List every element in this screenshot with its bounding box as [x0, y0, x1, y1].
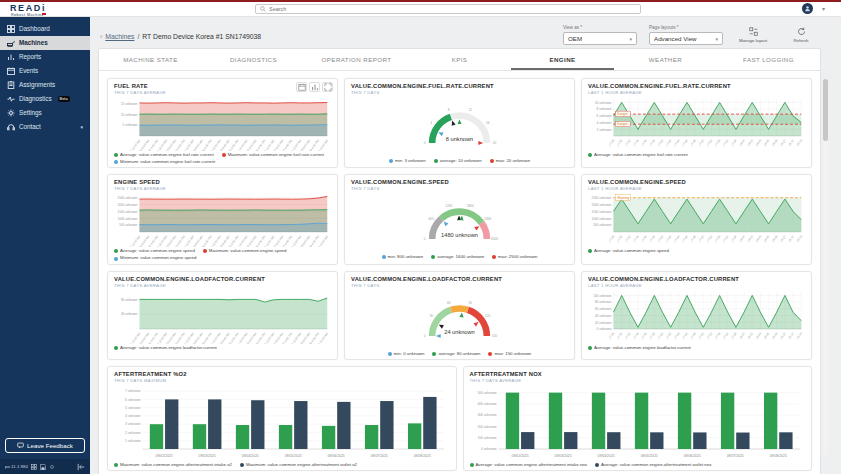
sidebar-item-label: Assignments [19, 81, 55, 89]
card-title: VALUE.COMMON.ENGINE.LOADFACTOR.CURRENT [114, 276, 331, 282]
collapse-sidebar-icon[interactable] [77, 463, 85, 471]
reports-icon [7, 53, 15, 61]
top-accent-strip [0, 0, 841, 2]
scrollbar-thumb[interactable] [823, 79, 828, 141]
svg-text:5 unknown: 5 unknown [125, 406, 141, 410]
breadcrumb-machines-link[interactable]: Machines [105, 33, 134, 40]
global-search[interactable] [255, 4, 641, 14]
search-input[interactable] [269, 6, 636, 12]
card-title: VALUE.COMMON.ENGINE.SPEED [351, 179, 568, 185]
legend-label: Maximum: value.common.engine.aftertreatm… [120, 462, 232, 468]
svg-text:17:48: 17:48 [689, 138, 697, 147]
chart-canvas-bar: 500 unknown400 unknown300 unknown200 unk… [470, 383, 806, 461]
grid-icon[interactable] [31, 464, 37, 470]
view-as-select[interactable]: OEM ▾ [563, 32, 637, 45]
legend-dot-icon [114, 160, 118, 164]
svg-text:18:02: 18:02 [747, 138, 755, 147]
tab-engine[interactable]: ENGINE [511, 49, 614, 70]
leave-feedback-label: Leave Feedback [27, 442, 73, 449]
card-value-common-engine-loadfactor-current-7: VALUE.COMMON.ENGINE.LOADFACTOR.CURRENTTH… [344, 271, 575, 360]
svg-text:2000 unknown: 2000 unknown [591, 203, 611, 207]
manage-layout-button[interactable]: Manage layout [735, 25, 771, 43]
svg-text:4 unknown: 4 unknown [597, 121, 612, 125]
svg-text:18:06: 18:06 [763, 138, 771, 147]
expand-icon[interactable] [322, 82, 333, 92]
page-layouts-value: Advanced View [654, 35, 697, 42]
logo-tagline: Robust Machine [10, 14, 46, 18]
svg-text:18:06: 18:06 [763, 331, 771, 340]
legend-dot-icon [382, 255, 386, 259]
legend-label: Minimum: value.common.engine.speed [120, 255, 196, 261]
svg-text:09/03/2025: 09/03/2025 [554, 454, 571, 458]
chart-canvas-gauge: 030609012015024 unknown [351, 288, 568, 350]
user-avatar[interactable] [802, 3, 813, 14]
refresh-button[interactable]: Refresh [783, 25, 819, 43]
sidebar-item-reports[interactable]: Reports [0, 50, 90, 64]
chevron-down-icon: ▾ [80, 124, 83, 130]
sidebar-item-dashboard[interactable]: Dashboard [0, 22, 90, 36]
tab-operation-report[interactable]: OPERATION REPORT [305, 49, 408, 70]
chart-canvas-gauge: 0481216208 unknown [351, 95, 568, 157]
cards-grid: FUEL RATETHIS 7 DAYS AVERAGE15 unknown10… [99, 71, 820, 474]
vertical-scrollbar[interactable] [823, 79, 828, 455]
svg-text:17:50: 17:50 [698, 138, 706, 147]
tab-bar: MACHINE STATEDIAGNOSTICSOPERATION REPORT… [99, 49, 820, 71]
sidebar-item-settings[interactable]: Settings [0, 106, 90, 120]
card-title: AFTERTREATMENT NOX [470, 371, 806, 377]
svg-text:09/02/2025: 09/02/2025 [156, 454, 173, 458]
app-version: po 11.1.984 [5, 464, 28, 469]
sidebar: DashboardMachinesReportsEventsAssignment… [0, 17, 90, 474]
svg-text:10 unknown: 10 unknown [595, 101, 612, 105]
svg-text:17:32: 17:32 [624, 331, 632, 340]
svg-text:17:42: 17:42 [665, 235, 673, 244]
sidebar-item-contact[interactable]: Contact▾ [0, 120, 90, 134]
chart-legend: Average: value.common.engine.fuel.rate.c… [588, 152, 805, 158]
legend-label: average: 10 unknown [440, 158, 482, 164]
legend-label: Average: value.common.engine.fuel.rate.c… [594, 152, 688, 158]
svg-text:17:28: 17:28 [608, 235, 616, 244]
svg-text:17:58: 17:58 [730, 331, 738, 340]
user-menu-chevron-icon[interactable]: ▾ [822, 5, 825, 12]
svg-text:18:14: 18:14 [796, 235, 804, 244]
refresh-icon [797, 27, 806, 36]
svg-text:500 unknown: 500 unknown [477, 391, 496, 395]
save-icon[interactable] [40, 464, 46, 470]
card-fuel-rate-0: FUEL RATETHIS 7 DAYS AVERAGE15 unknown10… [107, 78, 338, 168]
sidebar-item-diagnostics[interactable]: DiagnosticsBeta [0, 92, 90, 106]
leave-feedback-button[interactable]: Leave Feedback [5, 438, 85, 453]
main-content: › Machines / RT Demo Device Korea #1 SN1… [90, 17, 841, 474]
sidebar-item-events[interactable]: Events [0, 64, 90, 78]
legend-item: Maximum: value.common.engine.speed [203, 248, 287, 254]
legend-label: Average: value.common.engine.loadfactor.… [120, 345, 217, 351]
logo-wordmark: READi [10, 4, 46, 13]
legend-dot-icon [114, 346, 118, 350]
svg-text:17:54: 17:54 [714, 235, 722, 244]
legend-dot-icon [389, 159, 393, 163]
calendar-icon[interactable] [296, 82, 307, 92]
svg-text:2 unknown: 2 unknown [597, 127, 612, 131]
svg-text:17:48: 17:48 [689, 235, 697, 244]
legend-label: Maximum: value.common.engine.speed [209, 248, 287, 254]
sidebar-item-assignments[interactable]: Assignments [0, 78, 90, 92]
legend-item: Average: value.common.engine.fuel.rate.c… [588, 152, 688, 158]
tab-weather[interactable]: WEATHER [614, 49, 717, 70]
tab-diagnostics[interactable]: DIAGNOSTICS [202, 49, 305, 70]
legend-dot-icon [434, 159, 438, 163]
tab-fast-logging[interactable]: FAST LOGGING [717, 49, 820, 70]
card-title: VALUE.COMMON.ENGINE.SPEED [588, 179, 805, 185]
page-layouts-select[interactable]: Advanced View ▾ [649, 32, 723, 45]
legend-item: max: 150 unknown [488, 351, 531, 357]
sidebar-item-machines[interactable]: Machines [0, 36, 90, 50]
legend-dot-icon [114, 153, 118, 157]
tab-machine-state[interactable]: MACHINE STATE [99, 49, 202, 70]
manage-layout-label: Manage layout [739, 38, 767, 43]
svg-text:3 unknown: 3 unknown [125, 422, 141, 426]
chart-canvas-area: 2500 unknown2000 unknown1500 unknown1000… [588, 191, 805, 247]
legend-item: min: 3 unknown [389, 158, 426, 164]
sidebar-item-label: Settings [19, 109, 42, 117]
bar-chart-icon[interactable] [309, 82, 320, 92]
svg-text:17:50: 17:50 [698, 331, 706, 340]
chart-legend: Maximum: value.common.engine.aftertreatm… [114, 462, 450, 468]
tab-kpis[interactable]: KPIS [408, 49, 511, 70]
legend-label: max: 2500 unknown [498, 254, 537, 260]
